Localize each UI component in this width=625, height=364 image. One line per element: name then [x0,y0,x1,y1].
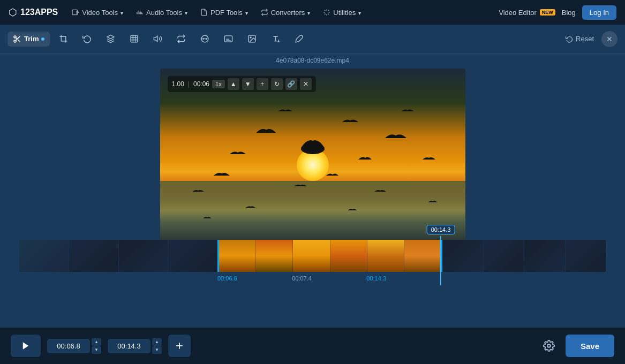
sun-graphic [297,149,329,181]
trim-tool-button[interactable]: Trim [7,32,50,47]
video-frame [160,69,465,240]
timeline-strip[interactable] [19,240,606,272]
svg-line-8 [325,13,326,14]
converters-chevron [307,9,310,17]
text-tool-button[interactable] [265,29,285,49]
svg-line-9 [328,10,329,11]
toolbar: Trim Reset ✕ [0,25,625,54]
timeline-selection-region[interactable] [217,240,442,272]
logo-icon: ⬡ [9,6,17,18]
bottom-bar: ▲ ▼ ▲ ▼ Save [0,328,625,364]
timeline-left-region [19,240,217,272]
link-button[interactable]: 🔗 [285,78,297,90]
nav-pdf-tools[interactable]: PDF Tools [195,5,253,20]
timeline-right-region [442,240,606,272]
nav-audio-tools-label: Audio Tools [146,9,182,17]
video-controls-overlay: 1.00 | 00:06 1x ▲ ▼ + ↻ 🔗 ✕ [168,76,316,92]
filename-bar: 4e078a08-dc09e62e.mp4 [0,54,625,66]
utilities-chevron [358,9,361,17]
nav-audio-tools[interactable]: Audio Tools [131,5,193,20]
time-value: 00:06 [193,80,209,88]
trim-active-dot [41,37,44,41]
svg-point-10 [14,36,16,38]
video-tools-chevron [121,9,123,17]
svg-line-13 [18,40,20,42]
video-player[interactable]: 1.00 | 00:06 1x ▲ ▼ + ↻ 🔗 ✕ [160,69,465,240]
end-time-input[interactable] [108,339,150,353]
start-time-down[interactable]: ▼ [92,346,101,354]
save-button[interactable]: Save [566,335,614,357]
rotate-tool-button[interactable] [77,29,97,49]
play-button[interactable] [11,335,41,357]
bottom-right-controls: Save [538,335,614,357]
top-nav: ⬡ 123APPS Video Tools Audio Tools PDF To… [0,0,625,25]
start-time-up[interactable]: ▲ [92,338,101,346]
svg-point-27 [250,37,251,38]
speed-button[interactable]: 1x [212,80,225,88]
svg-point-11 [14,40,16,42]
speed-tool-button[interactable] [171,29,191,49]
close-overlay-button[interactable]: ✕ [300,78,312,90]
audio-tools-chevron [185,9,187,17]
video-editor-link[interactable]: Video Editor NEW [499,9,555,17]
volume-tool-button[interactable] [147,29,168,49]
water-reflection [160,181,465,240]
video-container: 1.00 | 00:06 1x ▲ ▼ + ↻ 🔗 ✕ [0,66,625,240]
start-time-stepper: ▲ ▼ [92,338,101,354]
image-tool-button[interactable] [242,29,262,49]
timeline-labels: 00:06.8 00:07.4 00:14.3 [19,272,606,282]
nav-converters-label: Converters [271,9,305,17]
new-badge: NEW [540,9,555,16]
end-time-up[interactable]: ▲ [152,338,162,346]
close-button[interactable]: ✕ [601,31,618,47]
label-end: 00:14.3 [366,275,386,282]
draw-tool-button[interactable] [289,29,309,49]
svg-point-37 [547,344,551,347]
video-editor-label: Video Editor [499,9,537,17]
logo[interactable]: ⬡ 123APPS [9,6,58,18]
settings-button[interactable] [538,335,560,357]
zoom-plus-button[interactable]: + [257,78,268,90]
nav-right: Video Editor NEW Blog Log In [499,5,616,20]
filter-tool-button[interactable] [124,29,144,49]
nav-video-tools-label: Video Tools [82,9,118,17]
nav-converters[interactable]: Converters [255,5,316,20]
end-time-group: ▲ ▼ [108,338,162,354]
reset-button[interactable]: Reset [561,32,598,46]
trim-label: Trim [24,35,39,43]
label-start: 00:06.8 [217,275,237,282]
start-time-input[interactable] [47,339,90,353]
position-value: 1.00 [172,80,184,88]
svg-marker-34 [23,342,29,350]
crop-tool-button[interactable] [53,29,73,49]
svg-rect-15 [131,35,138,42]
logo-text: 123APPS [20,7,58,17]
label-mid: 00:07.4 [237,275,367,282]
loop-tool-button[interactable] [194,29,215,49]
reset-label: Reset [576,35,594,43]
divider: | [188,80,190,88]
start-time-group: ▲ ▼ [47,338,101,354]
flip-tool-button[interactable] [100,29,121,49]
nav-utilities[interactable]: Utilities [318,5,366,20]
svg-line-14 [16,37,17,39]
cut-button[interactable] [168,335,191,357]
svg-line-5 [328,13,329,14]
nav-utilities-label: Utilities [333,9,356,17]
svg-line-4 [325,10,326,11]
end-time-stepper: ▲ ▼ [152,338,162,354]
nav-video-tools[interactable]: Video Tools [66,5,129,20]
end-time-down[interactable]: ▼ [152,346,162,354]
zoom-in-button[interactable]: ▲ [228,78,239,90]
pdf-tools-chevron [245,9,248,17]
nav-pdf-tools-label: PDF Tools [210,9,243,17]
login-button[interactable]: Log In [582,5,616,20]
rotate-button[interactable]: ↻ [271,78,283,90]
subtitles-tool-button[interactable] [218,29,238,49]
svg-marker-20 [154,36,157,42]
zoom-out-button[interactable]: ▼ [242,78,254,90]
filename: 4e078a08-dc09e62e.mp4 [276,57,349,64]
timeline-area: 00:14.3 00:06.8 00:07.4 00:14.3 [19,240,606,282]
blog-link[interactable]: Blog [562,9,576,17]
